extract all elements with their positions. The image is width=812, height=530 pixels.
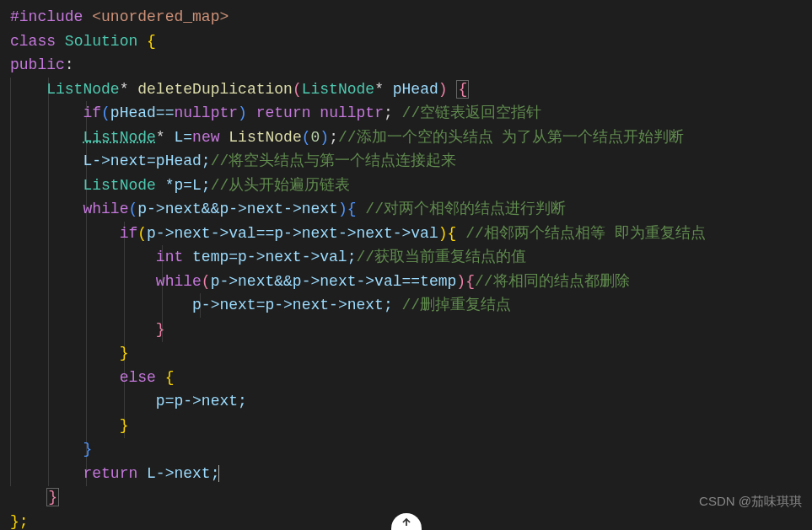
code-line: return L->next;: [10, 462, 802, 486]
keyword-if: if: [120, 225, 138, 242]
keyword-return: return: [83, 465, 137, 482]
keyword-class: class: [10, 33, 56, 50]
arrow-up-icon: [401, 517, 412, 528]
brace-close: }: [120, 345, 129, 361]
type-int: int: [156, 249, 183, 265]
brace-open: {: [147, 33, 156, 50]
watermark: CSDN @茄味琪琪: [699, 490, 802, 514]
brace-open: {: [456, 80, 469, 99]
keyword-if: if: [83, 104, 101, 121]
header-name: <unordered_map>: [92, 8, 229, 25]
comment: //从头开始遍历链表: [211, 177, 351, 194]
code-line: public:: [10, 53, 802, 78]
code-line: p=p->next;: [10, 389, 802, 414]
return-type: ListNode: [46, 81, 119, 98]
keyword-return: return: [256, 104, 311, 121]
code-line: ListNode* deleteDuplication(ListNode* pH…: [10, 78, 802, 102]
type-name: ListNode: [83, 177, 155, 194]
code-line: p->next=p->next->next; //删掉重复结点: [10, 293, 802, 318]
brace-close: }: [83, 441, 92, 458]
function-name: deleteDuplication: [137, 81, 293, 98]
brace-close: }: [120, 417, 129, 434]
code-line: #include <unordered_map>: [10, 5, 802, 29]
brace-open: {: [165, 369, 175, 386]
param-name: pHead: [393, 81, 438, 98]
code-line: }: [10, 341, 802, 366]
code-line: }: [10, 437, 802, 462]
code-line: int temp=p->next->val;//获取当前重复结点的值: [10, 245, 802, 270]
type-name: ListNode: [83, 129, 155, 146]
code-line: L->next=pHead;//将空头结点与第一个结点连接起来: [10, 149, 802, 174]
code-line: if(pHead==nullptr) return nullptr; //空链表…: [10, 101, 802, 126]
code-line: ListNode *p=L;//从头开始遍历链表: [10, 174, 802, 198]
brace-open: {: [448, 225, 457, 242]
comment: //删掉重复结点: [402, 297, 512, 313]
code-line: }: [10, 414, 802, 438]
code-editor[interactable]: #include <unordered_map> class Solution …: [0, 0, 812, 530]
brace-close: }: [46, 488, 59, 506]
code-line: class Solution {: [10, 29, 802, 54]
comment: //将空头结点与第一个结点连接起来: [211, 153, 457, 169]
code-line: }: [10, 485, 802, 510]
code-line: ListNode* L=new ListNode(0);//添加一个空的头结点 …: [10, 126, 802, 150]
class-name: Solution: [65, 33, 137, 50]
code-line: if(p->next->val==p->next->next->val){ //…: [10, 222, 802, 246]
comment: //对两个相邻的结点进行判断: [365, 201, 566, 217]
brace-close: };: [10, 513, 29, 530]
comment: //相邻两个结点相等 即为重复结点: [465, 225, 705, 242]
comment: //获取当前重复结点的值: [356, 249, 526, 265]
keyword-else: else: [120, 369, 156, 386]
keyword-while: while: [156, 273, 202, 290]
code-line: }: [10, 318, 802, 342]
brace-close: }: [156, 321, 165, 338]
comment: //添加一个空的头结点 为了从第一个结点开始判断: [338, 129, 684, 146]
preproc-include: #include: [10, 8, 83, 25]
brace-open: {: [347, 201, 357, 217]
code-line: else {: [10, 366, 802, 390]
keyword-while: while: [83, 201, 128, 217]
brace-open: {: [465, 273, 475, 290]
code-line: while(p->next&&p->next->val==temp){//将相同…: [10, 270, 802, 294]
code-line: while(p->next&&p->next->next){ //对两个相邻的结…: [10, 197, 802, 222]
text-cursor: [218, 465, 219, 482]
keyword-public: public: [10, 56, 65, 73]
keyword-new: new: [192, 129, 219, 146]
comment: //空链表返回空指针: [402, 104, 542, 121]
comment: //将相同的结点都删除: [475, 273, 630, 290]
